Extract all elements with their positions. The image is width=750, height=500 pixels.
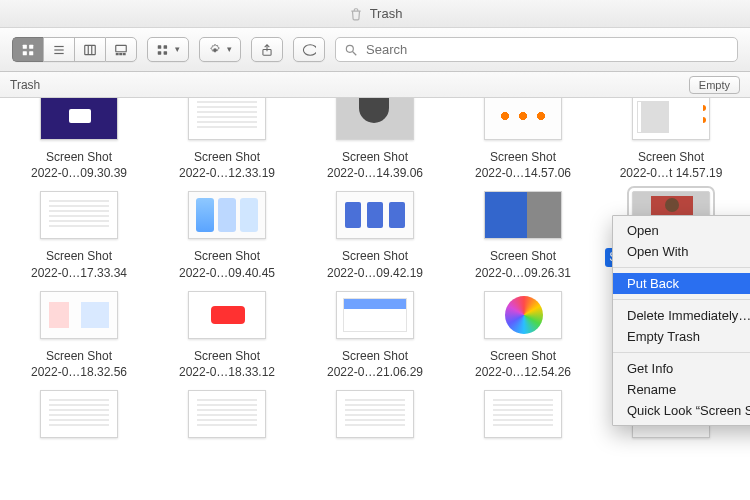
menu-item[interactable]: Empty Trash [613, 326, 750, 347]
file-item[interactable]: Screen Shot2022-0…09.42.19 [302, 185, 448, 282]
thumbnail [336, 390, 414, 438]
file-label: Screen Shot2022-0…09.40.45 [179, 248, 275, 280]
file-label: Screen Shot2022-0…09.30.39 [31, 149, 127, 181]
thumbnail [484, 390, 562, 438]
thumbnail [188, 291, 266, 339]
group-by-button[interactable]: ▾ [147, 37, 189, 62]
file-label: Screen Shot2022-0…18.32.56 [31, 348, 127, 380]
file-item[interactable] [154, 384, 300, 449]
thumbnail [632, 98, 710, 140]
view-mode-segment [12, 37, 137, 62]
file-item[interactable]: Screen Shot2022-0…t 14.57.19 [598, 98, 744, 183]
file-item[interactable]: Screen Shot2022-0…09.26.31 [450, 185, 596, 282]
thumbnail [484, 98, 562, 140]
svg-rect-11 [116, 53, 118, 54]
file-label: Screen Shot2022-0…18.33.12 [179, 348, 275, 380]
menu-separator [613, 352, 750, 353]
svg-rect-13 [123, 53, 125, 54]
menu-item[interactable]: Delete Immediately… [613, 305, 750, 326]
action-button[interactable]: ▾ [199, 37, 241, 62]
file-item[interactable]: Screen Shot2022-0…14.57.06 [450, 98, 596, 183]
thumbnail [40, 191, 118, 239]
chevron-down-icon: ▾ [227, 45, 232, 54]
view-list-button[interactable] [43, 37, 74, 62]
empty-trash-button[interactable]: Empty [689, 76, 740, 94]
file-label: Screen Shot2022-0…12.33.19 [179, 149, 275, 181]
file-label: Screen Shot2022-0…t 14.57.19 [620, 149, 723, 181]
file-item[interactable] [6, 384, 152, 449]
file-label: Screen Shot2022-0…14.39.06 [327, 149, 423, 181]
thumbnail [188, 98, 266, 140]
thumbnail [40, 291, 118, 339]
file-item[interactable]: Screen Shot2022-0…12.33.19 [154, 98, 300, 183]
thumbnail [336, 191, 414, 239]
thumbnail [188, 390, 266, 438]
trash-icon [348, 6, 364, 22]
file-label: Screen Shot2022-0…12.54.26 [475, 348, 571, 380]
view-columns-button[interactable] [74, 37, 105, 62]
chevron-down-icon: ▾ [175, 45, 180, 54]
search-icon [344, 43, 358, 57]
search-input[interactable] [364, 41, 729, 58]
svg-rect-2 [23, 51, 27, 55]
file-label: Screen Shot2022-0…09.42.19 [327, 248, 423, 280]
file-item[interactable]: Screen Shot2022-0…09.30.39 [6, 98, 152, 183]
svg-rect-7 [85, 45, 96, 54]
svg-rect-3 [29, 51, 33, 55]
svg-point-18 [213, 48, 217, 52]
svg-rect-15 [158, 51, 162, 55]
file-item[interactable]: Screen Shot2022-0…17.33.34 [6, 185, 152, 282]
location-bar: Trash Empty [0, 72, 750, 98]
file-label: Screen Shot2022-0…14.57.06 [475, 149, 571, 181]
svg-point-20 [346, 45, 353, 52]
menu-separator [613, 299, 750, 300]
menu-item[interactable]: Rename [613, 379, 750, 400]
svg-rect-14 [158, 45, 162, 49]
menu-item[interactable]: Put Back [613, 273, 750, 294]
menu-item[interactable]: Open With [613, 241, 750, 262]
menu-item[interactable]: Quick Look “Screen Shot…” [613, 400, 750, 421]
search-field[interactable] [335, 37, 738, 62]
file-item[interactable]: Screen Shot2022-0…18.32.56 [6, 285, 152, 382]
svg-rect-1 [29, 44, 33, 48]
menu-separator [613, 267, 750, 268]
svg-line-21 [353, 51, 357, 55]
thumbnail [40, 98, 118, 140]
titlebar: Trash [0, 0, 750, 28]
thumbnail [484, 191, 562, 239]
file-item[interactable] [450, 384, 596, 449]
thumbnail [336, 291, 414, 339]
file-item[interactable] [302, 384, 448, 449]
toolbar: ▾ ▾ [0, 28, 750, 72]
file-item[interactable]: Screen Shot2022-0…09.40.45 [154, 185, 300, 282]
file-item[interactable]: Screen Shot2022-0…21.06.29 [302, 285, 448, 382]
menu-item[interactable]: Get Info [613, 358, 750, 379]
finder-window: Trash ▾ ▾ [0, 0, 750, 500]
tags-button[interactable] [293, 37, 325, 62]
file-label: Screen Shot2022-0…21.06.29 [327, 348, 423, 380]
menu-item[interactable]: Open [613, 220, 750, 241]
view-icons-button[interactable] [12, 37, 43, 62]
svg-rect-16 [164, 45, 168, 49]
thumbnail [484, 291, 562, 339]
svg-rect-10 [116, 45, 127, 51]
location-label: Trash [10, 78, 40, 92]
file-item[interactable]: Screen Shot2022-0…18.33.12 [154, 285, 300, 382]
svg-rect-12 [120, 53, 122, 54]
svg-rect-17 [164, 51, 168, 55]
svg-rect-0 [23, 44, 27, 48]
file-label: Screen Shot2022-0…09.26.31 [475, 248, 571, 280]
window-title: Trash [370, 6, 403, 21]
thumbnail [40, 390, 118, 438]
share-button[interactable] [251, 37, 283, 62]
file-label: Screen Shot2022-0…17.33.34 [31, 248, 127, 280]
context-menu: OpenOpen WithPut BackDelete Immediately…… [612, 215, 750, 426]
view-gallery-button[interactable] [105, 37, 137, 62]
file-item[interactable]: Screen Shot2022-0…14.39.06 [302, 98, 448, 183]
file-item[interactable]: Screen Shot2022-0…12.54.26 [450, 285, 596, 382]
thumbnail [336, 98, 414, 140]
thumbnail [188, 191, 266, 239]
